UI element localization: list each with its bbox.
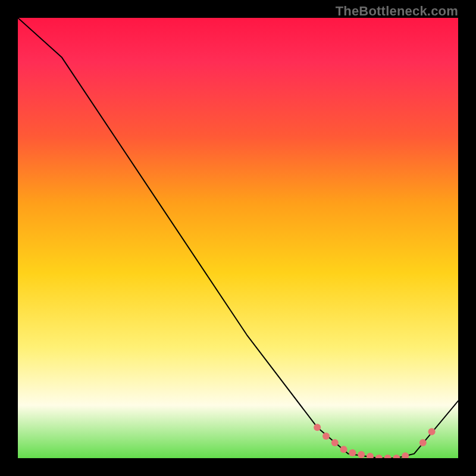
chart-overlay: [18, 18, 458, 458]
bottleneck-curve: [18, 18, 458, 458]
curve-dot: [393, 455, 400, 458]
curve-dot: [314, 424, 321, 431]
curve-dot: [322, 433, 330, 440]
watermark-text: TheBottleneck.com: [336, 4, 458, 19]
curve-dot: [367, 453, 374, 458]
curve-dot: [331, 439, 339, 446]
curve-dot: [428, 428, 436, 436]
chart-stage: TheBottleneck.com: [0, 0, 476, 476]
curve-dot: [340, 446, 347, 453]
curve-dot: [349, 449, 356, 456]
plot-area: [18, 18, 458, 458]
curve-markers: [314, 424, 435, 458]
curve-dot: [384, 455, 392, 458]
curve-dot: [419, 439, 427, 446]
curve-dot: [358, 451, 365, 458]
curve-dot: [402, 452, 409, 458]
curve-dot: [375, 455, 383, 458]
